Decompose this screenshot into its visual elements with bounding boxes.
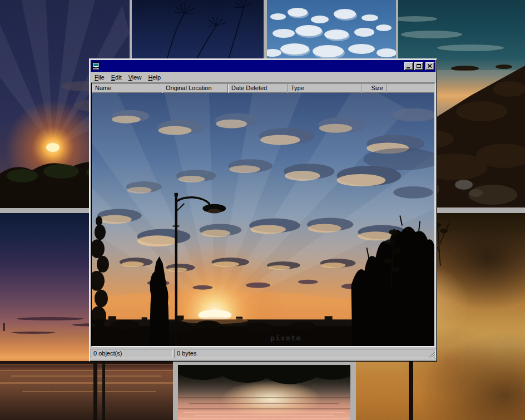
close-button[interactable] xyxy=(425,62,434,70)
status-bar: 0 object(s) 0 bytes xyxy=(91,347,435,360)
recycle-bin-window: File Edit View Help Name Original Locati… xyxy=(89,58,437,362)
computer-icon xyxy=(92,62,101,71)
window-titlebar[interactable] xyxy=(91,60,435,72)
menu-bar: File Edit View Help xyxy=(91,72,435,82)
list-view-frame: Name Original Location Date Deleted Type… xyxy=(91,82,435,347)
clouds-photo-art xyxy=(267,0,396,67)
column-header-type[interactable]: Type xyxy=(288,83,361,93)
column-header-filler xyxy=(387,83,434,93)
plant-photo-art xyxy=(132,0,264,67)
status-bytes-panel: 0 bytes xyxy=(174,349,435,358)
column-header-date-deleted[interactable]: Date Deleted xyxy=(228,83,288,93)
photo-watermark: pixoto xyxy=(270,334,301,342)
desktop: File Edit View Help Name Original Locati… xyxy=(0,0,525,420)
close-icon xyxy=(428,64,432,68)
resize-grip-icon[interactable] xyxy=(428,350,435,358)
sunset-lamp-photo: pixoto xyxy=(92,93,434,346)
menu-view[interactable]: View xyxy=(125,73,145,82)
status-bytes: 0 bytes xyxy=(177,350,196,357)
maximize-icon xyxy=(417,64,421,68)
menu-file[interactable]: File xyxy=(91,73,108,82)
wallpaper-tile-water-reflection-photo xyxy=(178,365,350,420)
minimize-button[interactable] xyxy=(404,62,413,70)
wallpaper-tile-plant-photo xyxy=(132,0,264,67)
column-header-name[interactable]: Name xyxy=(92,83,162,93)
menu-edit[interactable]: Edit xyxy=(108,73,125,82)
wallpaper-tile-clouds-photo xyxy=(267,0,396,67)
list-view: Name Original Location Date Deleted Type… xyxy=(91,83,435,347)
water-reflection-photo-art xyxy=(178,365,350,420)
list-view-content-area[interactable]: pixoto xyxy=(92,93,434,346)
column-header-row: Name Original Location Date Deleted Type… xyxy=(92,83,434,93)
column-header-size[interactable]: Size xyxy=(361,83,387,93)
status-objects: 0 object(s) xyxy=(91,349,172,358)
maximize-button[interactable] xyxy=(414,62,423,70)
column-header-original-location[interactable]: Original Location xyxy=(162,83,228,93)
menu-help[interactable]: Help xyxy=(145,73,164,82)
minimize-icon xyxy=(407,67,410,68)
